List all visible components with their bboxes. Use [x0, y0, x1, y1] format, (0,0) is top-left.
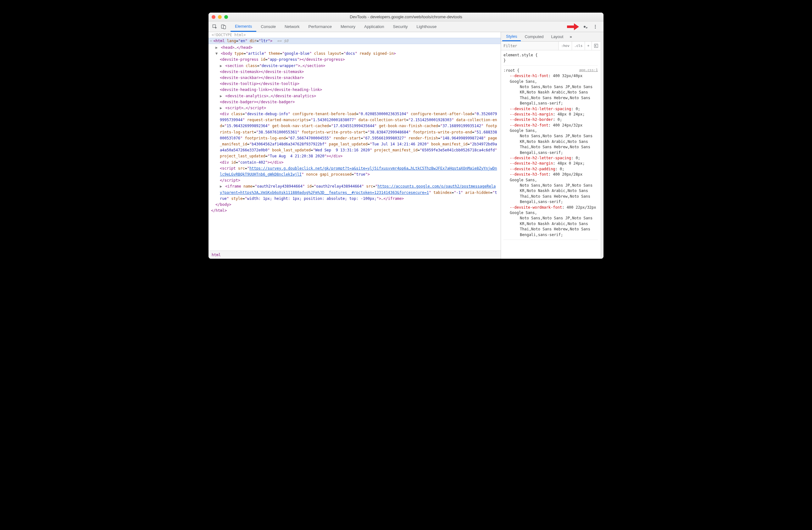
device-toolbar-icon[interactable]	[219, 22, 228, 32]
settings-gear-icon[interactable]	[580, 24, 589, 30]
styles-pane: Styles Computed Layout » :hov .cls + ele…	[501, 32, 604, 259]
doctype-line: <!DOCTYPE html>	[208, 32, 501, 38]
dom-tree[interactable]: ▶ <head>…</head> ▼ <body type="article" …	[208, 44, 501, 251]
stab-styles[interactable]: Styles	[502, 32, 521, 41]
rule-source-link[interactable]: app.css:1	[579, 68, 598, 73]
breadcrumbs[interactable]: html	[208, 251, 501, 259]
svg-point-5	[595, 28, 596, 29]
inspect-element-icon[interactable]	[211, 22, 219, 32]
tab-memory[interactable]: Memory	[336, 22, 360, 32]
tab-network[interactable]: Network	[280, 22, 304, 32]
tab-elements[interactable]: Elements	[231, 22, 256, 32]
styles-tabs: Styles Computed Layout »	[501, 32, 600, 42]
main-tabs: Elements Console Network Performance Mem…	[231, 22, 566, 32]
annotation-arrow-icon	[566, 22, 580, 31]
window-controls	[212, 15, 228, 19]
selected-node[interactable]: ⋯ <html lang="en" dir="ltr"> == $0	[208, 38, 501, 44]
styles-filter-input[interactable]	[501, 42, 559, 50]
main-toolbar: Elements Console Network Performance Mem…	[208, 22, 604, 32]
kebab-menu-icon[interactable]	[591, 25, 600, 29]
cls-toggle[interactable]: .cls	[572, 42, 585, 50]
devtools-window: DevTools - developers.google.com/web/too…	[208, 13, 604, 259]
stab-computed[interactable]: Computed	[521, 32, 547, 41]
window-title: DevTools - developers.google.com/web/too…	[208, 14, 604, 19]
zoom-window-button[interactable]	[224, 15, 228, 19]
minimize-window-button[interactable]	[218, 15, 222, 19]
close-window-button[interactable]	[212, 15, 215, 19]
svg-rect-2	[223, 26, 226, 29]
svg-point-4	[595, 26, 596, 27]
tab-lighthouse[interactable]: Lighthouse	[412, 22, 441, 32]
overflow-dots-icon: ⋯	[208, 39, 213, 43]
svg-point-3	[595, 25, 596, 26]
tab-console[interactable]: Console	[256, 22, 280, 32]
titlebar: DevTools - developers.google.com/web/too…	[208, 13, 604, 22]
styles-rules[interactable]: element.style { } app.css:1 :root { --de…	[501, 50, 600, 259]
tab-security[interactable]: Security	[389, 22, 412, 32]
new-style-rule-icon[interactable]: +	[585, 42, 592, 50]
computed-reveal-icon[interactable]	[592, 42, 600, 50]
stab-more-icon[interactable]: »	[567, 32, 574, 41]
tab-application[interactable]: Application	[360, 22, 389, 32]
rule-root[interactable]: app.css:1 :root { --devsite-h1-font: 400…	[504, 67, 598, 240]
elements-dom-pane: <!DOCTYPE html> ⋯ <html lang="en" dir="l…	[208, 32, 501, 259]
tab-performance[interactable]: Performance	[304, 22, 336, 32]
styles-filter-row: :hov .cls +	[501, 42, 600, 50]
rule-element-style[interactable]: element.style { }	[504, 52, 598, 66]
stab-layout[interactable]: Layout	[547, 32, 567, 41]
hov-toggle[interactable]: :hov	[559, 42, 572, 50]
